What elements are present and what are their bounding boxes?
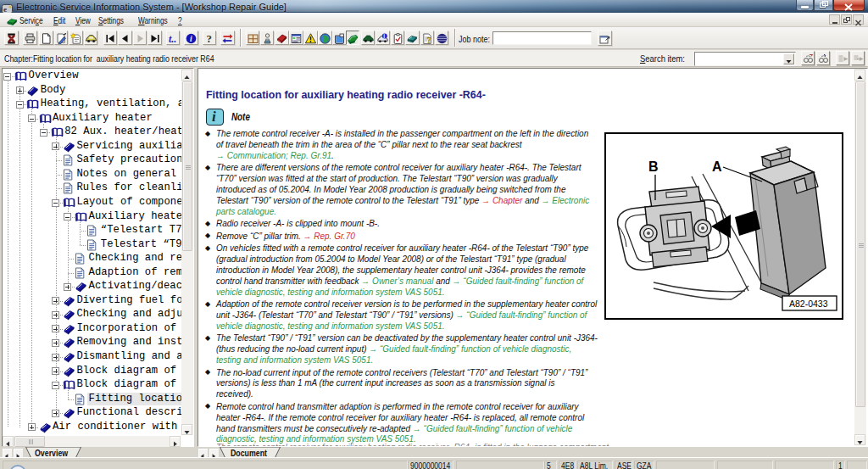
svg-text:t..: t.. — [169, 33, 176, 44]
svg-text:B: B — [648, 159, 659, 174]
svg-text:?: ? — [426, 35, 431, 45]
svg-text:A: A — [712, 159, 722, 174]
svg-text:i: i — [383, 33, 385, 39]
svg-text:e: e — [3, 4, 7, 13]
svg-text:i: i — [190, 35, 192, 43]
svg-text:?: ? — [206, 33, 212, 44]
svg-text:A82-0433: A82-0433 — [789, 299, 828, 309]
